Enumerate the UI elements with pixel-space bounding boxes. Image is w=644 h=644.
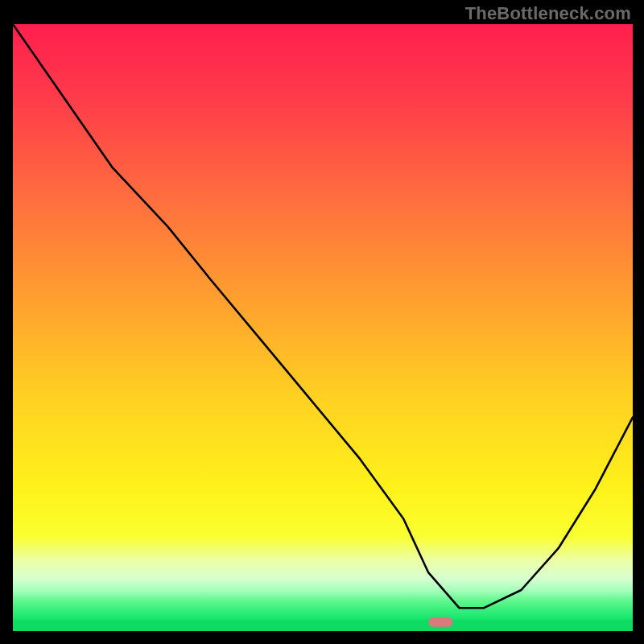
chart-frame: TheBottleneck.com [0, 0, 644, 644]
plot-svg [13, 24, 633, 631]
plot-area [13, 24, 633, 631]
baseline-green [13, 620, 633, 631]
gradient-background [13, 24, 633, 620]
branding-watermark: TheBottleneck.com [465, 3, 631, 24]
optimal-marker [428, 617, 452, 627]
